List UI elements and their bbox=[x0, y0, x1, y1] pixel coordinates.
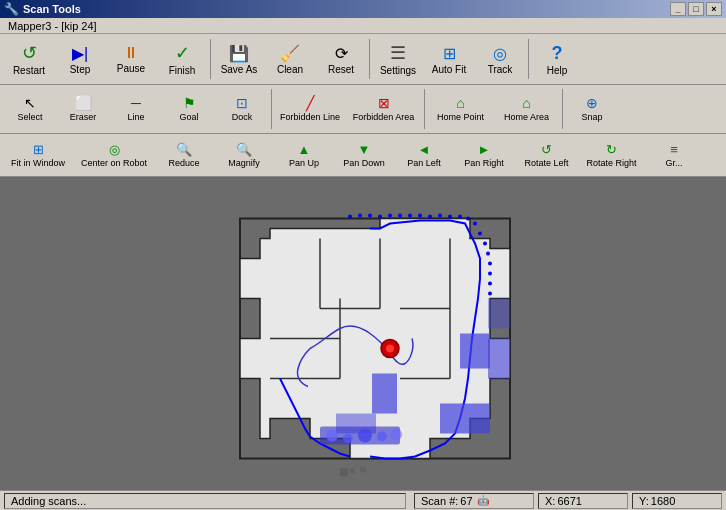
clean-label: Clean bbox=[277, 64, 303, 75]
magnify-button[interactable]: 🔍 Magnify bbox=[214, 136, 274, 174]
auto-fit-button[interactable]: ⊞ Auto Fit bbox=[424, 36, 474, 82]
pan-right-button[interactable]: ► Pan Right bbox=[454, 136, 514, 174]
snap-icon: ⊕ bbox=[586, 95, 598, 111]
gr-label: Gr... bbox=[665, 158, 682, 168]
svg-rect-16 bbox=[488, 299, 510, 329]
status-text: Adding scans... bbox=[11, 495, 86, 507]
rotate-left-icon: ↺ bbox=[541, 142, 552, 157]
rotate-right-icon: ↻ bbox=[606, 142, 617, 157]
gr-button[interactable]: ≡ Gr... bbox=[644, 136, 704, 174]
select-button[interactable]: ↖ Select bbox=[4, 87, 56, 131]
dock-button[interactable]: ⊡ Dock bbox=[216, 87, 268, 131]
svg-rect-15 bbox=[488, 339, 510, 379]
svg-rect-46 bbox=[340, 469, 348, 477]
y-coord-status: Y: 1680 bbox=[632, 493, 722, 509]
help-button[interactable]: ? Help bbox=[532, 36, 582, 82]
track-button[interactable]: ◎ Track bbox=[475, 36, 525, 82]
svg-point-19 bbox=[368, 214, 372, 218]
x-value: 6671 bbox=[557, 495, 581, 507]
finish-button[interactable]: ✓ Finish bbox=[157, 36, 207, 82]
svg-point-26 bbox=[438, 214, 442, 218]
close-button[interactable]: × bbox=[706, 2, 722, 16]
svg-point-39 bbox=[326, 430, 338, 442]
title-bar-controls: _ □ × bbox=[670, 2, 722, 16]
svg-point-42 bbox=[377, 432, 387, 442]
home-point-icon: ⌂ bbox=[456, 95, 464, 111]
svg-point-34 bbox=[488, 262, 492, 266]
line-icon: ─ bbox=[131, 95, 141, 111]
center-on-robot-button[interactable]: ◎ Center on Robot bbox=[74, 136, 154, 174]
status-bar: Adding scans... Scan #: 67 🤖 X: 6671 Y: … bbox=[0, 490, 726, 510]
svg-point-37 bbox=[488, 292, 492, 296]
save-as-label: Save As bbox=[221, 64, 258, 75]
goal-label: Goal bbox=[179, 113, 198, 123]
separator-4 bbox=[271, 89, 272, 129]
home-area-label: Home Area bbox=[504, 113, 549, 123]
fit-in-window-label: Fit in Window bbox=[11, 158, 65, 168]
forbidden-area-button[interactable]: ⊠ Forbidden Area bbox=[346, 87, 421, 131]
toolbar-row-2: ↖ Select ⬜ Eraser ─ Line ⚑ Goal ⊡ Dock ╱… bbox=[0, 85, 726, 134]
eraser-button[interactable]: ⬜ Eraser bbox=[57, 87, 109, 131]
separator-2 bbox=[369, 39, 370, 79]
pan-down-button[interactable]: ▼ Pan Down bbox=[334, 136, 394, 174]
rotate-right-button[interactable]: ↻ Rotate Right bbox=[579, 136, 644, 174]
pause-button[interactable]: ⏸ Pause bbox=[106, 36, 156, 82]
step-button[interactable]: ▶| Step bbox=[55, 36, 105, 82]
app-label-bar: Mapper3 - [kip 24] bbox=[0, 18, 726, 34]
map-canvas-area[interactable] bbox=[0, 177, 726, 490]
track-icon: ◎ bbox=[493, 44, 507, 63]
pan-down-label: Pan Down bbox=[343, 158, 385, 168]
line-button[interactable]: ─ Line bbox=[110, 87, 162, 131]
pan-down-icon: ▼ bbox=[358, 142, 371, 157]
reset-button[interactable]: ⟳ Reset bbox=[316, 36, 366, 82]
svg-point-45 bbox=[386, 345, 394, 353]
reset-icon: ⟳ bbox=[335, 44, 348, 63]
step-label: Step bbox=[70, 64, 91, 75]
fit-in-window-button[interactable]: ⊞ Fit in Window bbox=[2, 136, 74, 174]
forbidden-line-icon: ╱ bbox=[306, 95, 314, 111]
pan-left-icon: ◄ bbox=[418, 142, 431, 157]
help-icon: ? bbox=[552, 43, 563, 64]
track-label: Track bbox=[488, 64, 513, 75]
pan-up-icon: ▲ bbox=[298, 142, 311, 157]
goal-button[interactable]: ⚑ Goal bbox=[163, 87, 215, 131]
settings-button[interactable]: ☰ Settings bbox=[373, 36, 423, 82]
dock-icon: ⊡ bbox=[236, 95, 248, 111]
svg-point-30 bbox=[473, 222, 477, 226]
forbidden-line-button[interactable]: ╱ Forbidden Line bbox=[275, 87, 345, 131]
clean-button[interactable]: 🧹 Clean bbox=[265, 36, 315, 82]
title-bar-text: Scan Tools bbox=[23, 3, 670, 15]
svg-point-40 bbox=[343, 434, 353, 444]
svg-rect-48 bbox=[360, 467, 366, 473]
separator-1 bbox=[210, 39, 211, 79]
rotate-left-button[interactable]: ↺ Rotate Left bbox=[514, 136, 579, 174]
svg-point-24 bbox=[418, 214, 422, 218]
help-label: Help bbox=[547, 65, 568, 76]
pan-up-button[interactable]: ▲ Pan Up bbox=[274, 136, 334, 174]
svg-point-18 bbox=[358, 214, 362, 218]
eraser-icon: ⬜ bbox=[75, 95, 92, 111]
snap-button[interactable]: ⊕ Snap bbox=[566, 87, 618, 131]
rotate-left-label: Rotate Left bbox=[524, 158, 568, 168]
pan-left-label: Pan Left bbox=[407, 158, 441, 168]
pan-left-button[interactable]: ◄ Pan Left bbox=[394, 136, 454, 174]
separator-5 bbox=[424, 89, 425, 129]
restart-button[interactable]: ↺ Restart bbox=[4, 36, 54, 82]
window-title: Mapper3 - [kip 24] bbox=[8, 20, 97, 32]
save-as-button[interactable]: 💾 Save As bbox=[214, 36, 264, 82]
minimize-button[interactable]: _ bbox=[670, 2, 686, 16]
y-label: Y: bbox=[639, 495, 649, 507]
svg-point-23 bbox=[408, 214, 412, 218]
reduce-button[interactable]: 🔍 Reduce bbox=[154, 136, 214, 174]
maximize-button[interactable]: □ bbox=[688, 2, 704, 16]
finish-label: Finish bbox=[169, 65, 196, 76]
step-icon: ▶| bbox=[72, 44, 88, 63]
gr-icon: ≡ bbox=[670, 142, 678, 157]
forbidden-area-label: Forbidden Area bbox=[353, 113, 415, 123]
home-point-button[interactable]: ⌂ Home Point bbox=[428, 87, 493, 131]
home-area-button[interactable]: ⌂ Home Area bbox=[494, 87, 559, 131]
magnify-label: Magnify bbox=[228, 158, 260, 168]
svg-point-36 bbox=[488, 282, 492, 286]
goal-icon: ⚑ bbox=[183, 95, 196, 111]
rotate-right-label: Rotate Right bbox=[586, 158, 636, 168]
